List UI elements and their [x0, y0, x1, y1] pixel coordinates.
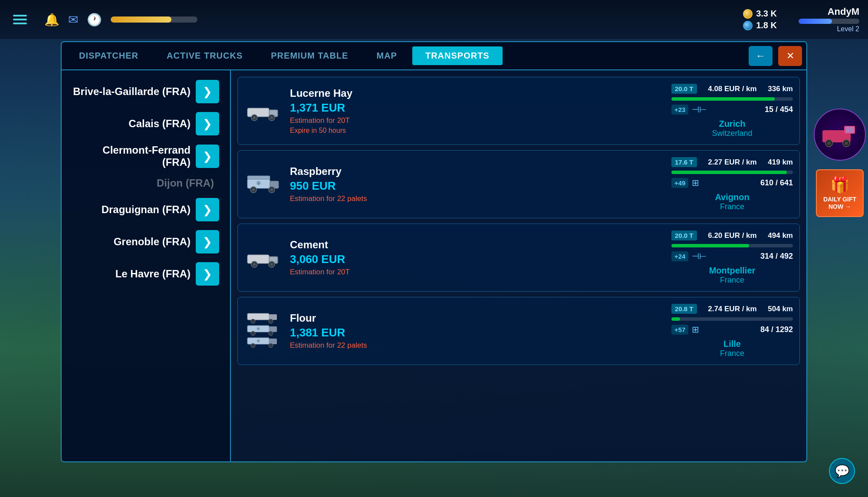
rate-text-2: 6.20 EUR / km	[708, 231, 756, 240]
svg-point-30	[269, 331, 273, 336]
van-promo[interactable]	[814, 109, 866, 161]
dest-country-3: France	[671, 349, 793, 358]
city-name-1: Calais (FRA)	[72, 118, 196, 130]
currency-block: 3.3 K 1.8 K	[743, 9, 777, 30]
dist-text-2: 494 km	[768, 231, 793, 240]
xp-fill	[111, 16, 171, 23]
city-item-0[interactable]: Brive-la-Gaillarde (FRA)❯	[66, 76, 226, 107]
transport-card-0[interactable]: Lucerne Hay1,371 EUREstimation for 20TEx…	[237, 77, 800, 145]
svg-point-24	[251, 319, 255, 323]
transport-list: Lucerne Hay1,371 EUREstimation for 20TEx…	[231, 70, 806, 461]
svg-point-39	[827, 142, 831, 145]
city-arrow-btn-5[interactable]: ❯	[196, 230, 219, 253]
destination-block-2: MontpellierFrance	[671, 266, 793, 285]
transport-info-1: Raspberry950 EUREstimation for 22 palets	[290, 157, 665, 211]
city-item-6[interactable]: Le Havre (FRA)❯	[66, 259, 226, 289]
svg-rect-22	[247, 313, 269, 320]
svg-text:❄: ❄	[256, 180, 261, 187]
plus-badge-0: +23	[671, 105, 688, 115]
stat-top-row-2: 20.0 T6.20 EUR / km494 km	[671, 230, 793, 240]
city-list: Brive-la-Gaillarde (FRA)❯Calais (FRA)❯Cl…	[62, 70, 231, 461]
transport-card-1[interactable]: ❄ Raspberry950 EUREstimation for 22 pale…	[237, 150, 800, 218]
svg-point-12	[252, 188, 255, 191]
capacity-icon-0: ⊣⊢	[692, 104, 707, 115]
svg-text:❄: ❄	[256, 326, 260, 331]
transport-estimate-2: Estimation for 20T	[290, 268, 665, 276]
truck-icon-0	[244, 84, 283, 138]
transport-name-3: Flour	[290, 312, 665, 324]
tabs-bar: DISPATCHER ACTIVE TRUCKS PREMIUM TABLE M…	[62, 42, 806, 70]
coin-blue-icon	[743, 21, 753, 30]
tab-map[interactable]: MAP	[363, 46, 410, 65]
dist-text-1: 419 km	[768, 158, 793, 167]
transport-card-2[interactable]: Cement3,060 EUREstimation for 20T20.0 T6…	[237, 224, 800, 292]
back-button[interactable]: ←	[749, 46, 773, 66]
city-arrow-btn-1[interactable]: ❯	[196, 112, 219, 135]
svg-point-34	[251, 343, 255, 348]
city-item-1[interactable]: Calais (FRA)❯	[66, 109, 226, 139]
city-name-0: Brive-la-Gaillarde (FRA)	[72, 86, 196, 98]
tab-transports[interactable]: TRANSPORTS	[412, 46, 503, 65]
stat-mid-row-2: +24⊣⊢314 / 492	[671, 251, 793, 261]
transport-card-3[interactable]: ❄ ❄ Flour1,381 EUREstimation for 22 pale…	[237, 297, 800, 365]
transport-estimate-3: Estimation for 22 palets	[290, 341, 665, 350]
player-level-text: Level 2	[837, 25, 859, 33]
weight-badge-1: 17.6 T	[671, 157, 697, 167]
menu-button[interactable]	[9, 10, 31, 29]
bell-icon[interactable]: 🔔	[44, 13, 59, 27]
mail-icon[interactable]: ✉	[68, 13, 78, 27]
transport-estimate-1: Estimation for 22 palets	[290, 194, 665, 203]
right-decorations: 🎁 DAILY GIFTNOW →	[812, 109, 868, 217]
rate-text-0: 4.08 EUR / km	[708, 85, 756, 93]
topbar-icons: 🔔 ✉ 🕐	[44, 13, 102, 27]
transport-name-0: Lucerne Hay	[290, 87, 665, 99]
dest-city-3: Lille	[671, 339, 793, 349]
svg-point-4	[253, 116, 256, 119]
transport-name-2: Cement	[290, 239, 665, 251]
daily-gift-label: DAILY GIFTNOW →	[823, 196, 856, 211]
slots-text-0: 15 / 454	[765, 105, 793, 114]
transport-estimate-0: Estimation for 20T	[290, 116, 665, 125]
coin-gold-icon	[743, 9, 753, 19]
progress-fill-2	[671, 244, 749, 247]
city-item-2[interactable]: Clermont-Ferrand (FRA)❯	[66, 141, 226, 172]
city-arrow-btn-0[interactable]: ❯	[196, 80, 219, 103]
city-arrow-btn-6[interactable]: ❯	[196, 262, 219, 286]
player-level-bar	[799, 19, 859, 24]
city-item-4[interactable]: Draguignan (FRA)❯	[66, 194, 226, 225]
progress-bar-0	[671, 97, 793, 101]
chat-button[interactable]: 💬	[829, 458, 855, 484]
tab-dispatcher[interactable]: DISPATCHER	[66, 46, 151, 65]
destination-block-3: LilleFrance	[671, 339, 793, 358]
truck-icon-3: ❄ ❄	[244, 304, 283, 358]
slots-text-2: 314 / 492	[760, 252, 793, 261]
svg-rect-15	[247, 255, 269, 263]
dist-text-3: 504 km	[768, 305, 793, 313]
rate-text-3: 2.74 EUR / km	[708, 305, 756, 313]
svg-point-19	[253, 263, 256, 266]
transport-price-3: 1,381 EUR	[290, 326, 665, 339]
city-arrow-btn-2[interactable]: ❯	[196, 145, 219, 168]
weight-badge-0: 20.0 T	[671, 84, 697, 94]
close-button[interactable]: ✕	[778, 46, 802, 66]
destination-block-1: AvignonFrance	[671, 192, 793, 211]
city-item-5[interactable]: Grenoble (FRA)❯	[66, 227, 226, 257]
tab-active-trucks[interactable]: ACTIVE TRUCKS	[154, 46, 256, 65]
city-arrow-btn-4[interactable]: ❯	[196, 198, 219, 221]
capacity-icon-3: ⊞	[692, 324, 699, 335]
player-name: AndyM	[828, 6, 859, 17]
progress-bar-2	[671, 244, 793, 247]
currency-gold-row: 3.3 K	[743, 9, 777, 19]
currency-blue-value: 1.8 K	[756, 20, 777, 30]
svg-point-29	[251, 331, 255, 336]
svg-rect-42	[845, 127, 854, 133]
capacity-icon-1: ⊞	[692, 178, 699, 188]
transport-stats-1: 17.6 T2.27 EUR / km419 km+49⊞610 / 641Av…	[671, 157, 793, 211]
gift-icon: 🎁	[830, 176, 850, 194]
player-level-fill	[799, 19, 832, 24]
svg-point-14	[270, 188, 273, 191]
tab-premium-table[interactable]: PREMIUM TABLE	[258, 46, 361, 65]
clock-icon[interactable]: 🕐	[87, 13, 102, 27]
progress-fill-3	[671, 317, 680, 321]
daily-gift-button[interactable]: 🎁 DAILY GIFTNOW →	[816, 169, 864, 217]
